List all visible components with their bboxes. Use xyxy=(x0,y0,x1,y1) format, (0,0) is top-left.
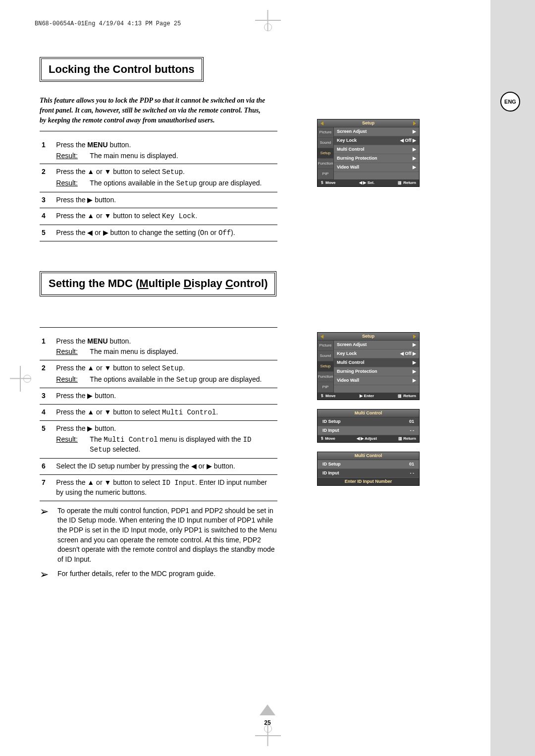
step-number: 1 xyxy=(40,137,54,164)
note-text: To operate the multi control function, P… xyxy=(57,506,277,565)
divider xyxy=(40,131,277,131)
section2-steps: 1 Press the MENU button. Result: The mai… xyxy=(40,334,277,501)
margin-shade xyxy=(490,0,535,756)
step-row: 4 Press the ▲ or ▼ button to select Mult… xyxy=(40,404,277,421)
osd-multi-1: Multi Control ID Setup01 ID Input- - ⥮ M… xyxy=(317,409,420,443)
osd-title: Multi Control xyxy=(318,409,419,417)
divider xyxy=(40,327,277,328)
osd-row: Key Lock◀ Off ▶ xyxy=(334,136,419,145)
section1-intro: This feature allows you to lock the PDP … xyxy=(40,96,268,125)
note-icon: ➢ xyxy=(40,569,49,580)
osd-tabs: Picture Sound Setup Function PIP xyxy=(318,341,334,393)
crop-mark xyxy=(20,366,21,392)
step-row: 2 Press the ▲ or ▼ button to select Setu… xyxy=(40,164,277,192)
step-result: Result: The main menu is displayed. xyxy=(56,151,275,161)
section1-title-bar: Locking the Control buttons xyxy=(40,57,204,82)
osd-setup-2: Setup Picture Sound Setup Function PIP S… xyxy=(317,332,420,400)
print-header: BN68-00654A-01Eng 4/19/04 4:13 PM Page 2… xyxy=(35,21,181,27)
step-row: 1 Press the MENU button. Result: The mai… xyxy=(40,137,277,164)
osd-row: Burning Protection▶ xyxy=(334,154,419,163)
osd-footer: ⥮ Move ◀ ▶ Adjust ▥ Return xyxy=(318,435,419,442)
osd-rows: Screen Adjust▶ Key Lock◀ Off ▶ Multi Con… xyxy=(334,127,419,179)
section2-title-bar: Setting the MDC (Multiple Display Contro… xyxy=(40,271,276,296)
section1-title: Locking the Control buttons xyxy=(49,63,195,76)
osd-tabs: Picture Sound Setup Function PIP xyxy=(318,127,334,179)
crop-mark xyxy=(255,735,281,736)
page-number: 25 xyxy=(0,719,535,726)
step-row: 1 Press the MENU button. Result: The mai… xyxy=(40,334,277,360)
osd-row: Screen Adjust▶ xyxy=(334,127,419,136)
content-area: Locking the Control buttons This feature… xyxy=(40,57,476,697)
step-row: 7 Press the ▲ or ▼ button to select ID I… xyxy=(40,474,277,501)
step-row: 2 Press the ▲ or ▼ button to select Setu… xyxy=(40,360,277,388)
note-icon: ➢ xyxy=(40,506,49,565)
page-triangle-icon xyxy=(260,704,275,715)
osd-row: Multi Control▶ xyxy=(334,145,419,154)
osd-footer: ⥮ Move ▶ Enter ▥ Return xyxy=(318,393,419,400)
osd-title: Multi Control xyxy=(318,452,419,460)
osd-prompt: Enter ID Input Number xyxy=(318,478,419,485)
section2-title: Setting the MDC (Multiple Display Contro… xyxy=(49,277,268,290)
step-row: 6 Select the ID setup number by pressing… xyxy=(40,459,277,475)
manual-page: BN68-00654A-01Eng 4/19/04 4:13 PM Page 2… xyxy=(0,0,535,756)
osd-multi-2: Multi Control ID Setup01 ID Input- - Ent… xyxy=(317,452,420,486)
step-result: Result: The options available in the Set… xyxy=(56,178,275,189)
step-body: Press the MENU button. Result: The main … xyxy=(54,137,277,164)
crop-target xyxy=(23,375,31,383)
note-text: For further details, refer to the MDC pr… xyxy=(57,569,215,580)
result-label: Result: xyxy=(56,151,81,161)
osd-title: Setup xyxy=(318,333,419,341)
note: ➢ To operate the multi control function,… xyxy=(40,506,277,565)
crop-target xyxy=(264,23,272,31)
crop-mark xyxy=(255,20,281,21)
osd-rows: Screen Adjust▶ Key Lock◀ Off ▶ Multi Con… xyxy=(334,341,419,393)
osd-setup-1: Setup Picture Sound Setup Function PIP S… xyxy=(317,119,420,187)
language-badge: ENG xyxy=(500,92,520,112)
step-row: 4 Press the ▲ or ▼ button to select Key … xyxy=(40,208,277,225)
osd-footer: ⥮ Move ◀ ▶ Sel. ▥ Return xyxy=(318,179,419,186)
step-row: 3 Press the ▶ button. xyxy=(40,388,277,405)
result-text: The main menu is displayed. xyxy=(90,151,178,161)
step-row: 5 Press the ◀ or ▶ button to change the … xyxy=(40,225,277,241)
step-row: 5 Press the ▶ button. Result: The Multi … xyxy=(40,421,277,459)
note: ➢ For further details, refer to the MDC … xyxy=(40,569,277,580)
section1-steps: 1 Press the MENU button. Result: The mai… xyxy=(40,137,277,241)
page-footer: 25 xyxy=(0,704,535,726)
osd-row: Video Wall▶ xyxy=(334,163,419,172)
osd-title: Setup xyxy=(318,119,419,127)
osd-column: Setup Picture Sound Setup Function PIP S… xyxy=(317,119,428,495)
step-row: 3 Press the ▶ button. xyxy=(40,192,277,208)
